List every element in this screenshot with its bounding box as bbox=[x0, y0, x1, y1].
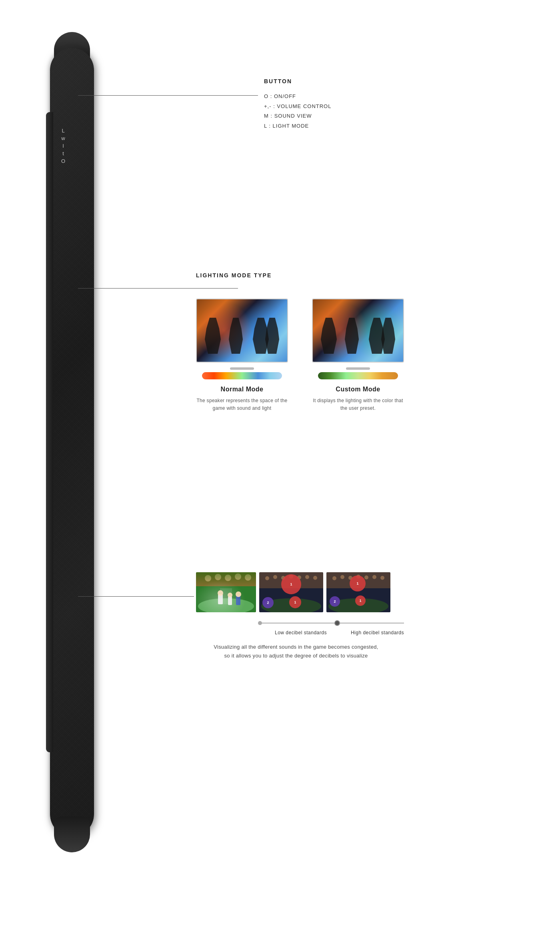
svg-point-14 bbox=[236, 591, 241, 597]
figure-c4 bbox=[381, 318, 395, 354]
button-item-1: O : ON/OFF bbox=[264, 92, 331, 102]
button-section: BUTTON O : ON/OFF +,- : VOLUME CONTROL M… bbox=[264, 78, 331, 131]
figure-c2 bbox=[345, 318, 359, 354]
custom-mode-screen bbox=[312, 299, 404, 363]
svg-point-12 bbox=[228, 593, 232, 597]
connector-sound bbox=[78, 596, 194, 597]
bubble-1b-high: 1 bbox=[355, 595, 366, 606]
bubble-2-low: 2 bbox=[262, 597, 274, 608]
normal-mode-name: Normal Mode bbox=[196, 386, 288, 393]
svg-rect-3 bbox=[196, 572, 256, 586]
svg-point-1 bbox=[198, 598, 254, 612]
figure-1 bbox=[205, 318, 221, 354]
svg-point-5 bbox=[215, 574, 221, 580]
svg-point-29 bbox=[340, 575, 344, 579]
high-decibel-label: High decibel standards bbox=[351, 630, 404, 635]
svg-point-4 bbox=[205, 575, 211, 581]
logo-char-i: I bbox=[61, 143, 65, 148]
bubble-1b-low: 1 bbox=[289, 596, 301, 608]
svg-point-6 bbox=[225, 575, 231, 581]
viz-low-decibel: 1 2 1 bbox=[259, 572, 323, 612]
logo-char-l: L bbox=[61, 128, 65, 133]
bubble-1-low: 1 bbox=[281, 574, 301, 594]
sound-desc-line1: Visualizing all the different sounds in … bbox=[214, 644, 378, 650]
svg-point-10 bbox=[218, 590, 223, 596]
button-section-title: BUTTON bbox=[264, 78, 331, 84]
speaker-side-strip bbox=[46, 112, 53, 752]
button-item-3: M : SOUND VIEW bbox=[264, 111, 331, 121]
baseball-image bbox=[196, 572, 256, 612]
decibel-handle[interactable] bbox=[334, 620, 340, 626]
svg-rect-2 bbox=[220, 588, 232, 604]
svg-point-33 bbox=[372, 575, 376, 579]
svg-point-28 bbox=[332, 576, 336, 580]
svg-point-34 bbox=[380, 576, 384, 580]
svg-point-32 bbox=[364, 575, 368, 579]
logo-char-t: t bbox=[61, 151, 65, 156]
decibel-line-right bbox=[340, 623, 404, 623]
figure-2 bbox=[229, 318, 243, 354]
normal-mode-screen bbox=[196, 299, 288, 363]
baseball-svg bbox=[196, 572, 256, 612]
svg-rect-0 bbox=[196, 572, 256, 612]
decibel-dot-left bbox=[258, 621, 262, 625]
decibel-slider-row bbox=[260, 620, 404, 626]
custom-mode-desc: It displays the lighting with the color … bbox=[312, 397, 404, 412]
connector-button bbox=[78, 95, 258, 96]
speaker-cap-bottom bbox=[54, 816, 90, 852]
svg-rect-13 bbox=[236, 595, 240, 605]
figure-c1 bbox=[321, 318, 337, 354]
svg-point-18 bbox=[265, 576, 269, 580]
svg-point-24 bbox=[313, 576, 317, 580]
sound-description: Visualizing all the different sounds in … bbox=[196, 643, 396, 660]
custom-mode-card: Custom Mode It displays the lighting wit… bbox=[312, 299, 404, 412]
svg-point-19 bbox=[273, 575, 277, 579]
logo-char-o: O bbox=[61, 158, 65, 164]
low-decibel-label: Low decibel standards bbox=[275, 630, 327, 635]
svg-rect-11 bbox=[228, 596, 232, 605]
svg-point-8 bbox=[245, 574, 251, 581]
button-item-4: L : LIGHT MODE bbox=[264, 121, 331, 131]
logo-char-w: w bbox=[61, 136, 65, 141]
lighting-section-title: LIGHTING MODE TYPE bbox=[196, 272, 404, 279]
decibel-line-left bbox=[260, 623, 328, 623]
sound-section: 1 2 1 1 2 1 bbox=[196, 572, 404, 660]
speaker-main-body: L w I t O bbox=[50, 48, 94, 836]
button-item-2: +,- : VOLUME CONTROL bbox=[264, 102, 331, 112]
sound-images-row: 1 2 1 1 2 1 bbox=[196, 572, 404, 612]
figure-4 bbox=[265, 318, 279, 354]
lighting-cards-container: Normal Mode The speaker represents the s… bbox=[196, 299, 404, 412]
decibel-labels: Low decibel standards High decibel stand… bbox=[196, 630, 404, 635]
bubble-2-high: 2 bbox=[330, 596, 340, 607]
svg-point-23 bbox=[305, 575, 309, 579]
svg-rect-9 bbox=[218, 594, 223, 604]
speaker-logo: L w I t O bbox=[61, 128, 65, 164]
decibel-gap bbox=[328, 623, 334, 623]
viz-high-decibel: 1 2 1 bbox=[326, 572, 390, 612]
svg-point-7 bbox=[235, 573, 241, 580]
screen-stand-custom bbox=[346, 367, 370, 370]
normal-mode-desc: The speaker represents the space of the … bbox=[196, 397, 288, 412]
screen-stand-normal bbox=[230, 367, 254, 370]
custom-mode-name: Custom Mode bbox=[312, 386, 404, 393]
lighting-section: LIGHTING MODE TYPE Normal Mode The speak… bbox=[196, 272, 404, 412]
speaker-device: L w I t O bbox=[32, 32, 112, 872]
normal-mode-card: Normal Mode The speaker represents the s… bbox=[196, 299, 288, 412]
color-bar-normal bbox=[202, 372, 282, 379]
color-bar-custom bbox=[318, 372, 398, 379]
sound-desc-line2: so it allows you to adjust the degree of… bbox=[224, 653, 368, 659]
bubble-1-high: 1 bbox=[350, 575, 366, 591]
